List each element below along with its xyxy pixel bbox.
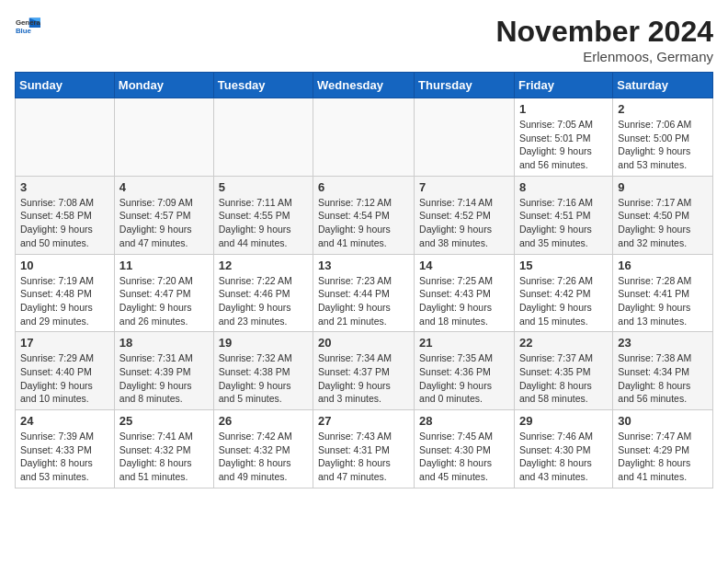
calendar-day: 3Sunrise: 7:08 AM Sunset: 4:58 PM Daylig… (16, 176, 115, 254)
calendar-day: 27Sunrise: 7:43 AM Sunset: 4:31 PM Dayli… (313, 410, 415, 488)
day-info: Sunrise: 7:31 AM Sunset: 4:39 PM Dayligh… (119, 351, 209, 406)
day-number: 9 (618, 180, 708, 194)
day-number: 7 (419, 180, 509, 194)
day-info: Sunrise: 7:26 AM Sunset: 4:42 PM Dayligh… (519, 274, 608, 328)
month-title: November 2024 (495, 15, 713, 49)
day-info: Sunrise: 7:34 AM Sunset: 4:37 PM Dayligh… (318, 351, 409, 406)
day-info: Sunrise: 7:39 AM Sunset: 4:33 PM Dayligh… (20, 430, 109, 484)
logo: General Blue (15, 15, 40, 40)
calendar-day: 21Sunrise: 7:35 AM Sunset: 4:36 PM Dayli… (415, 332, 515, 410)
calendar-day: 11Sunrise: 7:20 AM Sunset: 4:47 PM Dayli… (114, 254, 213, 332)
day-number: 27 (318, 414, 409, 428)
calendar-day: 16Sunrise: 7:28 AM Sunset: 4:41 PM Dayli… (613, 254, 713, 332)
day-number: 4 (119, 180, 209, 194)
day-number: 28 (419, 414, 509, 428)
col-header-tuesday: Tuesday (213, 73, 313, 98)
day-number: 12 (219, 259, 308, 272)
day-number: 26 (219, 414, 308, 428)
header: General Blue November 2024 Erlenmoos, Ge… (15, 15, 713, 64)
day-number: 6 (318, 180, 409, 194)
day-number: 3 (20, 180, 109, 194)
day-info: Sunrise: 7:20 AM Sunset: 4:47 PM Dayligh… (119, 274, 209, 328)
calendar-day: 4Sunrise: 7:09 AM Sunset: 4:57 PM Daylig… (114, 176, 213, 254)
calendar-day: 8Sunrise: 7:16 AM Sunset: 4:51 PM Daylig… (514, 176, 612, 254)
day-number: 20 (318, 336, 409, 350)
location: Erlenmoos, Germany (495, 49, 713, 64)
day-number: 21 (419, 336, 509, 350)
calendar-day: 7Sunrise: 7:14 AM Sunset: 4:52 PM Daylig… (415, 176, 515, 254)
calendar-day: 29Sunrise: 7:46 AM Sunset: 4:30 PM Dayli… (514, 410, 612, 488)
calendar-week-3: 10Sunrise: 7:19 AM Sunset: 4:48 PM Dayli… (16, 254, 713, 332)
calendar-day: 14Sunrise: 7:25 AM Sunset: 4:43 PM Dayli… (415, 254, 515, 332)
day-info: Sunrise: 7:29 AM Sunset: 4:40 PM Dayligh… (20, 351, 109, 406)
col-header-wednesday: Wednesday (313, 73, 415, 98)
day-info: Sunrise: 7:19 AM Sunset: 4:48 PM Dayligh… (20, 274, 109, 328)
day-number: 17 (20, 336, 109, 350)
calendar-day: 19Sunrise: 7:32 AM Sunset: 4:38 PM Dayli… (213, 332, 313, 410)
day-number: 2 (618, 102, 708, 116)
calendar-day: 10Sunrise: 7:19 AM Sunset: 4:48 PM Dayli… (16, 254, 115, 332)
calendar-day: 15Sunrise: 7:26 AM Sunset: 4:42 PM Dayli… (514, 254, 612, 332)
logo-icon: General Blue (15, 15, 40, 40)
calendar-day: 12Sunrise: 7:22 AM Sunset: 4:46 PM Dayli… (213, 254, 313, 332)
day-number: 5 (219, 180, 308, 194)
day-info: Sunrise: 7:22 AM Sunset: 4:46 PM Dayligh… (219, 274, 308, 328)
day-info: Sunrise: 7:16 AM Sunset: 4:51 PM Dayligh… (519, 196, 608, 250)
day-number: 15 (519, 259, 608, 272)
day-info: Sunrise: 7:14 AM Sunset: 4:52 PM Dayligh… (419, 196, 509, 250)
calendar-day: 5Sunrise: 7:11 AM Sunset: 4:55 PM Daylig… (213, 176, 313, 254)
calendar-day: 6Sunrise: 7:12 AM Sunset: 4:54 PM Daylig… (313, 176, 415, 254)
calendar-day: 9Sunrise: 7:17 AM Sunset: 4:50 PM Daylig… (613, 176, 713, 254)
calendar-day: 23Sunrise: 7:38 AM Sunset: 4:34 PM Dayli… (613, 332, 713, 410)
day-info: Sunrise: 7:46 AM Sunset: 4:30 PM Dayligh… (519, 430, 608, 484)
day-info: Sunrise: 7:35 AM Sunset: 4:36 PM Dayligh… (419, 351, 509, 406)
day-info: Sunrise: 7:47 AM Sunset: 4:29 PM Dayligh… (618, 430, 708, 484)
day-number: 16 (618, 259, 708, 272)
calendar-week-4: 17Sunrise: 7:29 AM Sunset: 4:40 PM Dayli… (16, 332, 713, 410)
col-header-thursday: Thursday (415, 73, 515, 98)
day-info: Sunrise: 7:41 AM Sunset: 4:32 PM Dayligh… (119, 430, 209, 484)
title-area: November 2024 Erlenmoos, Germany (495, 15, 713, 64)
day-number: 14 (419, 259, 509, 272)
day-info: Sunrise: 7:38 AM Sunset: 4:34 PM Dayligh… (618, 351, 708, 406)
svg-text:Blue: Blue (16, 27, 32, 35)
day-info: Sunrise: 7:42 AM Sunset: 4:32 PM Dayligh… (219, 430, 308, 484)
day-info: Sunrise: 7:28 AM Sunset: 4:41 PM Dayligh… (618, 274, 708, 328)
calendar-table: SundayMondayTuesdayWednesdayThursdayFrid… (15, 72, 713, 488)
calendar-day (415, 98, 515, 177)
calendar-day: 25Sunrise: 7:41 AM Sunset: 4:32 PM Dayli… (114, 410, 213, 488)
calendar-day (213, 98, 313, 177)
header-row: SundayMondayTuesdayWednesdayThursdayFrid… (16, 73, 713, 98)
day-number: 10 (20, 259, 109, 272)
calendar-day: 18Sunrise: 7:31 AM Sunset: 4:39 PM Dayli… (114, 332, 213, 410)
calendar-day (16, 98, 115, 177)
day-info: Sunrise: 7:45 AM Sunset: 4:30 PM Dayligh… (419, 430, 509, 484)
day-number: 8 (519, 180, 608, 194)
day-number: 1 (519, 102, 608, 116)
calendar-week-2: 3Sunrise: 7:08 AM Sunset: 4:58 PM Daylig… (16, 176, 713, 254)
calendar-day: 22Sunrise: 7:37 AM Sunset: 4:35 PM Dayli… (514, 332, 612, 410)
day-info: Sunrise: 7:12 AM Sunset: 4:54 PM Dayligh… (318, 196, 409, 250)
day-number: 25 (119, 414, 209, 428)
day-info: Sunrise: 7:08 AM Sunset: 4:58 PM Dayligh… (20, 196, 109, 250)
day-number: 11 (119, 259, 209, 272)
day-number: 19 (219, 336, 308, 350)
day-number: 24 (20, 414, 109, 428)
day-number: 18 (119, 336, 209, 350)
day-info: Sunrise: 7:11 AM Sunset: 4:55 PM Dayligh… (219, 196, 308, 250)
calendar-day (313, 98, 415, 177)
calendar-day: 24Sunrise: 7:39 AM Sunset: 4:33 PM Dayli… (16, 410, 115, 488)
day-number: 22 (519, 336, 608, 350)
day-info: Sunrise: 7:09 AM Sunset: 4:57 PM Dayligh… (119, 196, 209, 250)
calendar-day: 30Sunrise: 7:47 AM Sunset: 4:29 PM Dayli… (613, 410, 713, 488)
col-header-sunday: Sunday (16, 73, 115, 98)
day-info: Sunrise: 7:32 AM Sunset: 4:38 PM Dayligh… (219, 351, 308, 406)
day-info: Sunrise: 7:23 AM Sunset: 4:44 PM Dayligh… (318, 274, 409, 328)
calendar-week-1: 1Sunrise: 7:05 AM Sunset: 5:01 PM Daylig… (16, 98, 713, 177)
day-info: Sunrise: 7:05 AM Sunset: 5:01 PM Dayligh… (519, 118, 608, 172)
calendar-day: 2Sunrise: 7:06 AM Sunset: 5:00 PM Daylig… (613, 98, 713, 177)
day-info: Sunrise: 7:43 AM Sunset: 4:31 PM Dayligh… (318, 430, 409, 484)
calendar-day: 28Sunrise: 7:45 AM Sunset: 4:30 PM Dayli… (415, 410, 515, 488)
day-info: Sunrise: 7:25 AM Sunset: 4:43 PM Dayligh… (419, 274, 509, 328)
col-header-saturday: Saturday (613, 73, 713, 98)
